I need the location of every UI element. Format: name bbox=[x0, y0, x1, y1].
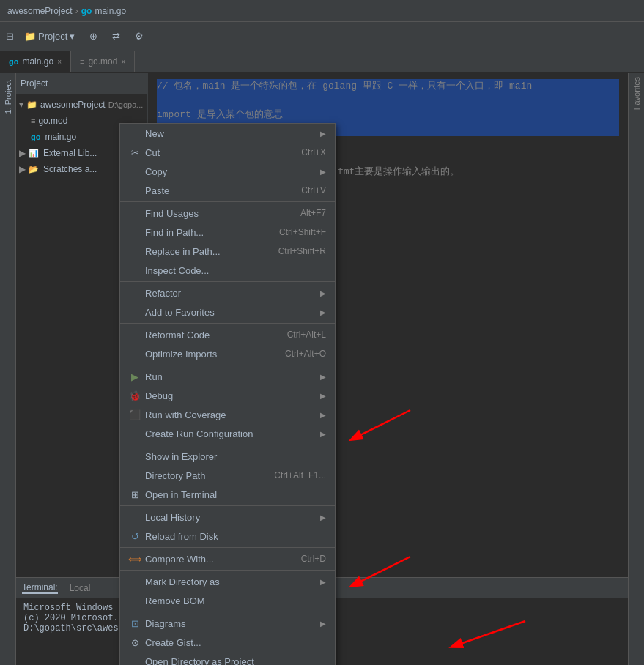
toolbar: ⊟ 📁 Project ▾ ⊕ ⇄ ⚙ — bbox=[0, 22, 644, 51]
go-file-icon: go bbox=[81, 6, 92, 16]
menu-item-inspect[interactable]: Inspect Code... bbox=[120, 261, 335, 280]
menu-new-label: New bbox=[145, 128, 316, 139]
settings-button[interactable]: ⚙ bbox=[130, 29, 148, 44]
mark-dir-icon bbox=[129, 576, 141, 587]
menu-open-dir-label: Open Directory as Project bbox=[145, 656, 326, 666]
menu-item-add-favorites[interactable]: Add to Favorites ▶ bbox=[120, 302, 335, 322]
menu-mark-dir-label: Mark Directory as bbox=[145, 576, 316, 587]
menu-find-usages-label: Find Usages bbox=[145, 208, 296, 219]
tree-item-awesomeproject[interactable]: ▾ 📁 awesomeProject D:\gopa... bbox=[16, 97, 147, 113]
new-arrow: ▶ bbox=[320, 130, 326, 138]
run-arrow: ▶ bbox=[320, 373, 326, 381]
folder-icon-project: 📁 bbox=[26, 100, 37, 110]
menu-item-paste[interactable]: Paste Ctrl+V bbox=[120, 181, 335, 200]
menu-open-terminal-label: Open in Terminal bbox=[145, 489, 326, 500]
separator-6 bbox=[120, 505, 335, 506]
sidebar-toolbar-label: Project bbox=[21, 78, 48, 89]
favorites-icon bbox=[129, 306, 141, 318]
favorites-label[interactable]: Favorites bbox=[632, 77, 641, 110]
menu-diagrams-label: Diagrams bbox=[145, 618, 316, 629]
menu-item-new[interactable]: New ▶ bbox=[120, 124, 335, 143]
mod-file-icon: ≡ bbox=[31, 116, 35, 125]
menu-item-create-run[interactable]: Create Run Configuration ▶ bbox=[120, 424, 335, 443]
svg-line-5 bbox=[452, 621, 525, 647]
find-path-icon bbox=[129, 226, 141, 238]
terminal-tab-local[interactable]: Local bbox=[70, 583, 91, 593]
refactor-arrow: ▶ bbox=[320, 289, 326, 297]
replace-path-icon bbox=[129, 245, 141, 257]
tree-project-path: D:\gopa... bbox=[108, 100, 144, 109]
copy-arrow: ▶ bbox=[320, 168, 326, 176]
menu-item-find-path[interactable]: Find in Path... Ctrl+Shift+F bbox=[120, 223, 335, 242]
menu-find-path-label: Find in Path... bbox=[145, 227, 275, 238]
create-run-arrow: ▶ bbox=[320, 430, 326, 438]
menu-item-local-history[interactable]: Local History ▶ bbox=[120, 508, 335, 527]
menu-item-create-gist[interactable]: ⊙ Create Gist... bbox=[120, 633, 335, 652]
menu-item-refactor[interactable]: Refactor ▶ bbox=[120, 283, 335, 302]
menu-item-reformat[interactable]: Reformat Code Ctrl+Alt+L bbox=[120, 325, 335, 344]
refactor-icon bbox=[129, 287, 141, 299]
main-wrapper: 1: Project Project ▾ 📁 awesomeProject D:… bbox=[0, 73, 644, 665]
reformat-icon bbox=[129, 329, 141, 341]
tab-go-mod[interactable]: ≡ go.mod × bbox=[71, 51, 135, 72]
menu-item-remove-bom[interactable]: Remove BOM bbox=[120, 591, 335, 610]
left-panel-toggle[interactable]: ⊟ bbox=[6, 31, 14, 42]
tab-bar: go main.go × ≡ go.mod × bbox=[0, 51, 644, 73]
menu-item-cut[interactable]: ✂ Cut Ctrl+X bbox=[120, 143, 335, 162]
menu-item-optimize[interactable]: Optimize Imports Ctrl+Alt+O bbox=[120, 344, 335, 363]
tab-go-mod-close[interactable]: × bbox=[121, 58, 125, 66]
reload-icon: ↺ bbox=[129, 530, 141, 542]
find-path-shortcut: Ctrl+Shift+F bbox=[279, 227, 326, 237]
project-name: awesomeProject bbox=[7, 6, 73, 16]
cut-icon: ✂ bbox=[129, 146, 141, 158]
menu-item-compare[interactable]: ⟺ Compare With... Ctrl+D bbox=[120, 549, 335, 568]
menu-item-diagrams[interactable]: ⊡ Diagrams ▶ bbox=[120, 614, 335, 633]
project-dropdown[interactable]: 📁 Project ▾ bbox=[20, 29, 79, 44]
menu-paste-label: Paste bbox=[145, 185, 297, 196]
diagrams-icon: ⊡ bbox=[129, 617, 141, 629]
menu-show-explorer-label: Show in Explorer bbox=[145, 451, 326, 462]
open-dir-icon bbox=[129, 655, 141, 665]
paste-icon bbox=[129, 185, 141, 196]
menu-item-run-coverage[interactable]: ⬛ Run with Coverage ▶ bbox=[120, 405, 335, 424]
project-panel-tab[interactable]: 1: Project bbox=[2, 77, 14, 116]
terminal-tab-terminal[interactable]: Terminal: bbox=[22, 582, 58, 594]
optimize-icon bbox=[129, 348, 141, 360]
menu-item-run[interactable]: ▶ Run ▶ bbox=[120, 367, 335, 386]
sidebar-toolbar: Project bbox=[16, 73, 147, 94]
tab-main-go[interactable]: go main.go × bbox=[0, 51, 71, 72]
menu-create-gist-label: Create Gist... bbox=[145, 637, 326, 648]
menu-item-reload[interactable]: ↺ Reload from Disk bbox=[120, 527, 335, 546]
dropdown-arrow: ▾ bbox=[70, 31, 75, 42]
menu-item-open-dir-project[interactable]: Open Directory as Project bbox=[120, 652, 335, 665]
separator-8 bbox=[120, 570, 335, 571]
menu-create-run-label: Create Run Configuration bbox=[145, 428, 316, 439]
local-history-icon bbox=[129, 511, 141, 523]
separator-4 bbox=[120, 365, 335, 365]
menu-item-find-usages[interactable]: Find Usages Alt+F7 bbox=[120, 204, 335, 223]
run-icon: ▶ bbox=[129, 371, 141, 382]
file-name: main.go bbox=[95, 6, 126, 16]
minimize-button[interactable]: — bbox=[154, 29, 172, 44]
sync-button[interactable]: ⇄ bbox=[108, 29, 125, 44]
external-lib-icon: 📊 bbox=[29, 149, 39, 158]
scratches-icon: 📂 bbox=[29, 165, 39, 174]
menu-item-open-terminal[interactable]: ⊞ Open in Terminal bbox=[120, 485, 335, 504]
tab-go-icon: go bbox=[9, 57, 18, 66]
menu-item-copy[interactable]: Copy ▶ bbox=[120, 162, 335, 181]
cut-shortcut: Ctrl+X bbox=[301, 147, 326, 157]
menu-item-mark-dir[interactable]: Mark Directory as ▶ bbox=[120, 572, 335, 591]
menu-item-debug[interactable]: 🐞 Debug ▶ bbox=[120, 386, 335, 405]
code-comment-1: // 包名，main 是一个特殊的包，在 golang 里跟 C 一样，只有一个… bbox=[157, 81, 532, 92]
breadcrumb-separator: › bbox=[75, 6, 78, 16]
add-button[interactable]: ⊕ bbox=[85, 29, 102, 44]
menu-item-dir-path[interactable]: Directory Path Ctrl+Alt+F1... bbox=[120, 466, 335, 485]
context-menu: New ▶ ✂ Cut Ctrl+X Copy ▶ Paste Ctrl+V F… bbox=[119, 123, 336, 665]
favorites-arrow: ▶ bbox=[320, 308, 326, 316]
menu-item-replace-path[interactable]: Replace in Path... Ctrl+Shift+R bbox=[120, 242, 335, 261]
tab-main-go-close[interactable]: × bbox=[57, 58, 62, 66]
tab-go-mod-label: go.mod bbox=[88, 56, 117, 67]
new-icon bbox=[129, 127, 141, 139]
menu-item-show-explorer[interactable]: Show in Explorer bbox=[120, 447, 335, 466]
replace-path-shortcut: Ctrl+Shift+R bbox=[278, 246, 326, 256]
